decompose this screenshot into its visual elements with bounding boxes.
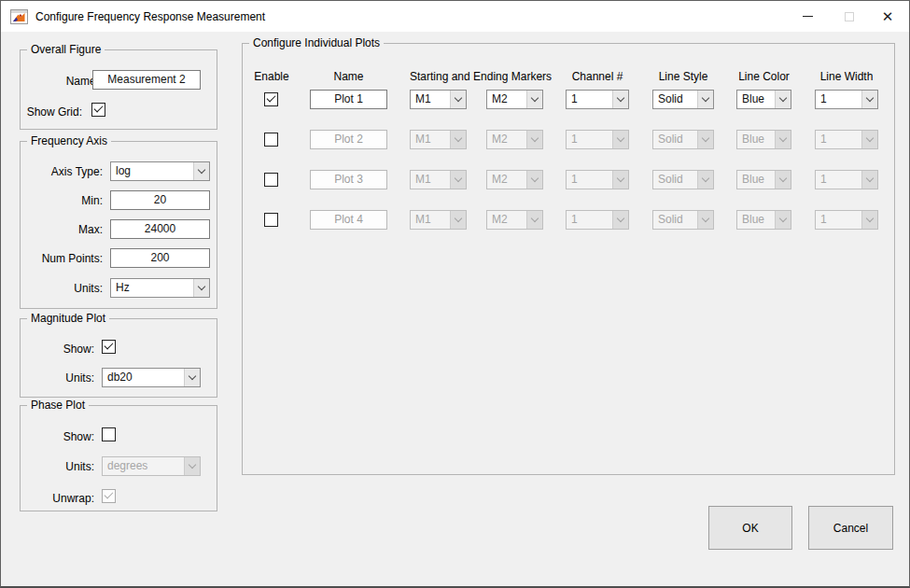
channel-dropdown-value: 1 [567, 131, 612, 148]
line-color-dropdown: Blue [736, 130, 791, 149]
line-width-dropdown: 1 [815, 130, 878, 149]
chevron-down-icon [866, 134, 874, 142]
overall-figure-group: Overall Figure Name: Measurement 2 Show … [20, 49, 217, 130]
enable-checkbox[interactable] [264, 173, 278, 187]
plot-name-input: Plot 4 [310, 210, 387, 230]
chevron-down-icon [779, 94, 787, 102]
line-width-dropdown-button [861, 131, 877, 148]
channel-dropdown-button[interactable] [612, 91, 628, 108]
chevron-down-icon [531, 215, 539, 222]
chevron-down-icon [531, 94, 539, 102]
cancel-button[interactable]: Cancel [808, 506, 893, 550]
header-enable: Enable [250, 70, 293, 83]
channel-dropdown-value: 1 [567, 211, 612, 229]
line-style-dropdown-button[interactable] [697, 91, 713, 108]
magnitude-units-value: db20 [103, 369, 184, 386]
phase-show-checkbox[interactable] [102, 427, 116, 441]
line-width-dropdown: 1 [815, 170, 878, 189]
maximize-button [832, 1, 867, 32]
chevron-down-icon [198, 166, 205, 174]
marker-end-dropdown-button [526, 131, 542, 148]
chevron-down-icon [455, 215, 462, 222]
line-width-dropdown-button[interactable] [861, 91, 877, 108]
chevron-down-icon [455, 94, 462, 102]
marker-start-dropdown[interactable]: M1 [410, 90, 467, 109]
chevron-down-icon [617, 134, 624, 142]
freq-units-dropdown[interactable]: Hz [110, 278, 210, 298]
line-color-dropdown-value: Blue [737, 91, 775, 108]
axis-type-dropdown[interactable]: log [110, 161, 210, 181]
line-style-dropdown[interactable]: Solid [652, 90, 714, 109]
magnitude-plot-group: Magnitude Plot Show: Units: db20 [20, 318, 217, 398]
title-bar: Configure Frequency Response Measurement… [1, 1, 909, 32]
chevron-down-icon [702, 94, 709, 102]
channel-dropdown-button [612, 211, 628, 229]
magnitude-units-label: Units: [65, 371, 94, 385]
magnitude-units-dropdown[interactable]: db20 [102, 368, 201, 387]
enable-checkbox[interactable] [264, 133, 278, 147]
freq-units-value: Hz [111, 279, 193, 297]
freq-units-dropdown-button[interactable] [193, 279, 209, 297]
marker-start-dropdown-value: M1 [411, 171, 450, 189]
chevron-down-icon [779, 134, 787, 142]
line-color-dropdown-button[interactable] [775, 91, 791, 108]
magnitude-show-checkbox[interactable] [102, 340, 116, 354]
phase-plot-group: Phase Plot Show: Units: degrees Unwrap: [20, 405, 217, 511]
marker-end-dropdown-button[interactable] [526, 91, 542, 108]
close-button[interactable]: ✕ [870, 1, 905, 32]
marker-start-dropdown: M1 [410, 130, 467, 149]
marker-end-dropdown[interactable]: M2 [486, 90, 543, 109]
marker-end-dropdown: M2 [486, 210, 543, 230]
header-line-style: Line Style [652, 70, 714, 83]
line-style-dropdown-button [697, 131, 713, 148]
ok-button[interactable]: OK [708, 506, 792, 550]
phase-units-dropdown-button [184, 457, 200, 475]
show-grid-checkbox[interactable] [91, 103, 105, 117]
num-points-label: Num Points: [42, 252, 103, 265]
line-style-dropdown: Solid [652, 210, 714, 230]
matlab-figure-icon [10, 9, 28, 24]
min-input[interactable]: 20 [110, 190, 210, 210]
line-width-dropdown-button [861, 171, 877, 189]
line-width-dropdown-value: 1 [816, 171, 861, 189]
line-color-dropdown-value: Blue [737, 171, 775, 189]
chevron-down-icon [531, 175, 539, 182]
minimize-button[interactable] [790, 1, 825, 32]
chevron-down-icon [779, 215, 787, 222]
line-color-dropdown-value: Blue [737, 131, 775, 148]
header-name: Name [310, 70, 387, 83]
chevron-down-icon [455, 175, 462, 182]
enable-checkbox[interactable] [264, 92, 278, 106]
marker-start-dropdown-button[interactable] [450, 91, 466, 108]
max-input[interactable]: 24000 [110, 219, 210, 239]
line-width-dropdown-button [861, 211, 877, 229]
plot-name-input[interactable]: Plot 1 [310, 90, 387, 109]
figure-name-input[interactable]: Measurement 2 [92, 70, 201, 90]
marker-end-dropdown: M2 [486, 170, 543, 189]
frequency-axis-group-title: Frequency Axis [27, 134, 111, 147]
min-label: Min: [81, 194, 103, 207]
marker-start-dropdown-button [450, 171, 466, 189]
chevron-down-icon [702, 175, 709, 182]
enable-checkbox[interactable] [264, 213, 278, 227]
magnitude-units-dropdown-button[interactable] [184, 369, 200, 386]
marker-end-dropdown: M2 [486, 130, 543, 149]
chevron-down-icon [617, 175, 624, 182]
line-color-dropdown: Blue [736, 210, 791, 230]
axis-type-value: log [111, 162, 193, 180]
unwrap-label: Unwrap: [52, 492, 94, 505]
marker-start-dropdown: M1 [410, 210, 467, 230]
line-width-dropdown-value: 1 [816, 131, 861, 148]
freq-units-label: Units: [74, 282, 103, 295]
channel-dropdown[interactable]: 1 [566, 90, 629, 109]
num-points-input[interactable]: 200 [110, 248, 210, 268]
chevron-down-icon [617, 94, 624, 102]
line-width-dropdown[interactable]: 1 [815, 90, 878, 109]
marker-end-dropdown-value: M2 [487, 131, 526, 148]
unwrap-checkbox [102, 489, 116, 503]
axis-type-dropdown-button[interactable] [193, 162, 209, 180]
line-color-dropdown-button [775, 131, 791, 148]
line-width-dropdown: 1 [815, 210, 878, 230]
plot-row: Plot 1M1M21SolidBlue1 [243, 90, 894, 110]
line-color-dropdown[interactable]: Blue [736, 90, 791, 109]
